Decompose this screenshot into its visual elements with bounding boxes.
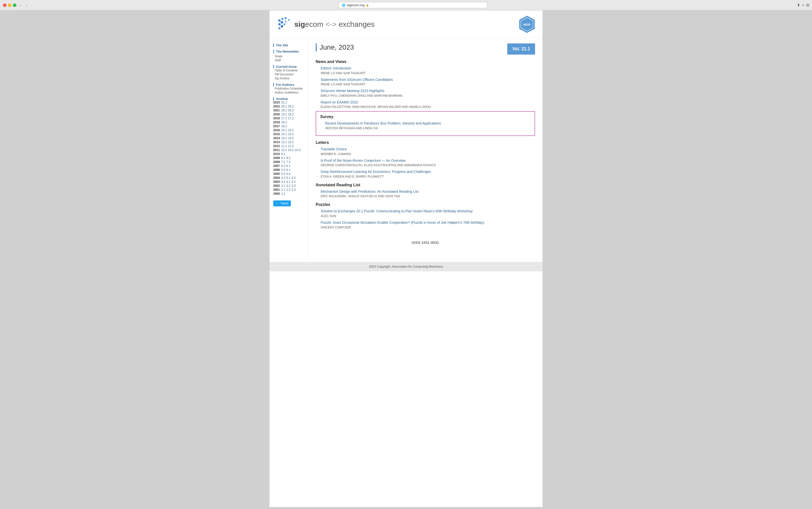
archive-vol-link[interactable]: 19.1: [281, 109, 287, 112]
archive-vol-link[interactable]: 13.1: [281, 136, 287, 140]
archive-vol-link[interactable]: 12.2: [288, 140, 294, 144]
archive-vol-link[interactable]: 20.2: [288, 105, 294, 108]
sidebar-sublink-toc[interactable]: Table of Contents: [273, 68, 304, 72]
sidebar-sublink-pdf[interactable]: Pdf Document: [273, 72, 304, 76]
forward-button[interactable]: ›: [25, 2, 29, 8]
archive-vol-link[interactable]: 19.2: [288, 109, 294, 112]
archive-vol-link[interactable]: 14.1: [281, 132, 287, 136]
article-entry: Recent Developments in Pandora's Box Pro…: [320, 121, 530, 130]
archive-vol-link[interactable]: 5.4: [286, 172, 291, 176]
browser-toolbar-right: ⬆ + ⧉: [797, 3, 809, 7]
archive-vol-link[interactable]: 5.1: [286, 176, 291, 179]
article-title-link[interactable]: Editors' Introduction: [321, 66, 351, 70]
sidebar-sublink-goals[interactable]: Goals: [273, 54, 304, 58]
article-title-link[interactable]: Deep Reinforcement Learning for Economic…: [321, 170, 431, 174]
archive-vol-link[interactable]: 7.3: [286, 160, 291, 164]
archive-vol-link[interactable]: 18.2: [288, 113, 294, 116]
archive-vol-link[interactable]: 10.1: [281, 148, 287, 152]
sidebar-toggle-button[interactable]: ⧉: [806, 3, 809, 7]
archive-vol-link[interactable]: 4.3: [281, 176, 285, 179]
archive-year-row: 20001.1: [273, 192, 304, 196]
article-title-link[interactable]: Statements from SIGecom Officers Candida…: [321, 78, 393, 81]
tweet-button[interactable]: 🐦 Tweet: [273, 200, 291, 206]
archive-vol-link[interactable]: 21.1: [281, 101, 287, 104]
archive-vol-link[interactable]: 2.2: [286, 188, 291, 192]
archive-vol-link[interactable]: 17.1: [281, 116, 287, 120]
archive-vol-link[interactable]: 10.2: [288, 148, 294, 152]
sidebar-item-the-sig[interactable]: The SIG: [273, 43, 304, 47]
archive-vol-link[interactable]: 10.3: [295, 148, 300, 152]
archive-vol-link[interactable]: 5.5: [281, 168, 285, 172]
sidebar-sublink-pub-schedule[interactable]: Publication Schedule: [273, 87, 304, 91]
article-title-link[interactable]: A Proof of the Nisan-Ronen Conjecture — …: [321, 159, 405, 163]
maximize-button[interactable]: [13, 3, 17, 7]
close-button[interactable]: [3, 3, 6, 7]
archive-vol-link[interactable]: 8.2: [286, 156, 291, 160]
sidebar-sublink-zip[interactable]: Zip Archive: [273, 76, 304, 80]
archive-vol-link[interactable]: 3.3: [291, 184, 296, 188]
archive-vol-link[interactable]: 6.1: [286, 164, 291, 168]
add-tab-button[interactable]: +: [802, 3, 804, 7]
archive-vol-link[interactable]: 15.1: [281, 129, 287, 132]
sidebar-sublink-author-guidelines[interactable]: Author Guidelines: [273, 91, 304, 95]
archive-vol-link[interactable]: 17.2: [288, 116, 294, 120]
archive-vol-link[interactable]: 16.1: [281, 125, 287, 128]
archive-vol-link[interactable]: 1.1: [281, 192, 285, 196]
archive-vol-link[interactable]: 2.3: [291, 188, 296, 192]
archive-vol-link[interactable]: 5.2: [291, 176, 296, 179]
archive-vol-link[interactable]: 11.2: [288, 144, 294, 148]
archive-vol-link[interactable]: 3.1: [281, 184, 285, 188]
article-title-link[interactable]: SIGecom Winter Meeting 2023 Highlights: [321, 89, 384, 93]
article-entry: SIGecom Winter Meeting 2023 HighlightsEM…: [316, 89, 535, 98]
sidebar-sublink-staff[interactable]: Staff: [273, 58, 304, 62]
archive-vol-link[interactable]: 13.2: [288, 136, 294, 140]
archive-year-label: 2011: [273, 148, 280, 152]
article-title-link[interactable]: Solution to Exchanges 20.1 Puzzle: Commu…: [321, 209, 473, 213]
article-title-link[interactable]: Tractable Choice: [321, 147, 347, 151]
archive-vol-link[interactable]: 11.1: [281, 144, 287, 148]
archive-vol-link[interactable]: 4.1: [286, 180, 291, 183]
article-entry: Editors' IntroductionIRENE LO and SAM TA…: [316, 66, 535, 75]
archive-year-label: 2008: [273, 160, 280, 164]
archive-vol-link[interactable]: 6.2: [281, 164, 285, 168]
archive-vol-link[interactable]: 15.2: [288, 129, 294, 132]
archive-vol-link[interactable]: 16.2: [281, 121, 287, 124]
archive-vol-link[interactable]: 9.1: [281, 152, 285, 156]
archive-vol-link[interactable]: 14.2: [288, 132, 294, 136]
minimize-button[interactable]: [8, 3, 11, 7]
archive-year-row: 20076.26.1: [273, 164, 304, 168]
archive-vol-link[interactable]: 6.1: [286, 168, 291, 172]
article-title-link[interactable]: Mechanism Design with Predictions: An An…: [321, 190, 418, 194]
sidebar-item-the-newsletter[interactable]: The Newsletter: [273, 49, 304, 53]
sidebar-archive-label: Archive: [273, 97, 288, 101]
archive-vol-link[interactable]: 12.1: [281, 140, 287, 144]
archive-vol-link[interactable]: 4.2: [291, 180, 296, 183]
article-title-link[interactable]: Report on EAAMO 2022: [321, 100, 358, 104]
article-title-link[interactable]: Puzzle: Does Occasional Simulation Enabl…: [321, 220, 484, 225]
archive-year-label: 2013: [273, 140, 280, 144]
archive-year-label: 2023: [273, 101, 280, 104]
article-title-link[interactable]: Recent Developments in Pandora's Box Pro…: [325, 121, 441, 125]
back-button[interactable]: ‹: [19, 2, 23, 8]
tweet-label: Tweet: [281, 202, 288, 205]
archive-year-row: 201716.1: [273, 125, 304, 128]
archive-year-label: 2022: [273, 105, 280, 108]
archive-vol-link[interactable]: 5.3: [281, 172, 285, 176]
share-button[interactable]: ⬆: [797, 3, 800, 7]
archive-vol-link[interactable]: 2.1: [281, 188, 285, 192]
archive-vol-link[interactable]: 7.2: [281, 160, 285, 164]
archive-year-label: 2001: [273, 188, 280, 192]
archive-vol-link[interactable]: 3.4: [281, 180, 285, 183]
archive-vol-link[interactable]: 3.2: [286, 184, 291, 188]
archive-vol-link[interactable]: 20.1: [281, 105, 287, 108]
address-bar[interactable]: 🌐 sigecom.org 🔒: [338, 2, 487, 8]
issue-title: June, 2023: [316, 43, 354, 52]
section-puzzles: PuzzlesSolution to Exchanges 20.1 Puzzle…: [316, 202, 535, 229]
archive-vol-link[interactable]: 8.1: [281, 156, 285, 160]
survey-highlighted-box: SurveyRecent Developments in Pandora's B…: [316, 111, 535, 136]
archive-year-label: 2005: [273, 172, 280, 176]
archive-vol-link[interactable]: 18.1: [281, 113, 287, 116]
url-text: sigecom.org: [347, 3, 364, 7]
archive-year-row: 201514.114.2: [273, 132, 304, 136]
archive-year-row: 20044.35.15.2: [273, 176, 304, 179]
